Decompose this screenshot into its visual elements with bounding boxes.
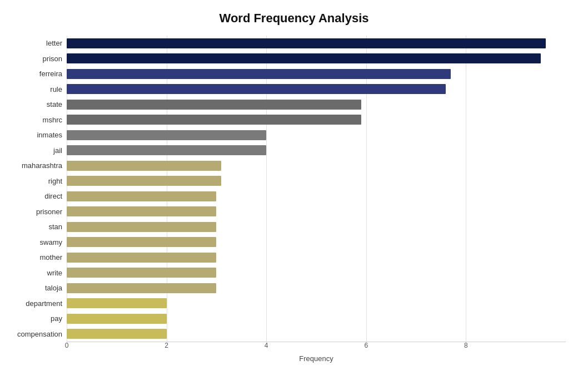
- x-tick: 4: [265, 342, 268, 349]
- bar-label: ferreira: [6, 70, 67, 78]
- bar: [67, 237, 216, 247]
- bar-row: letter: [67, 37, 566, 50]
- bar-row: write: [67, 266, 566, 279]
- chart-container: Word Frequency Analysis letterprisonferr…: [0, 0, 588, 390]
- bar-label: state: [6, 100, 67, 108]
- bar-row: state: [67, 98, 566, 111]
- bar: [67, 161, 221, 171]
- bar-row: direct: [67, 190, 566, 203]
- bar-row: mother: [67, 251, 566, 264]
- bar-row: department: [67, 297, 566, 309]
- chart-area: letterprisonferreirarulestatemshrcinmate…: [67, 36, 566, 364]
- bar-label: mshrc: [6, 116, 67, 124]
- bar: [67, 115, 361, 125]
- bar-label: swamy: [6, 238, 67, 246]
- bars-wrapper: letterprisonferreirarulestatemshrcinmate…: [67, 36, 566, 342]
- bar-label: write: [6, 269, 67, 277]
- bar-row: prison: [67, 52, 566, 65]
- bar: [67, 191, 216, 201]
- bar-row: prisoner: [67, 205, 566, 218]
- bar: [67, 222, 216, 232]
- bar-label: inmates: [6, 131, 67, 139]
- x-axis-label: Frequency: [67, 354, 566, 363]
- bar-row: jail: [67, 144, 566, 156]
- bar: [67, 253, 216, 263]
- x-tick: 2: [165, 342, 168, 349]
- bar-label: rule: [6, 85, 67, 93]
- bar-row: right: [67, 175, 566, 187]
- x-axis: Frequency 02468: [67, 342, 566, 364]
- bar: [67, 145, 266, 155]
- bar: [67, 176, 221, 186]
- bar: [67, 206, 216, 216]
- bar-row: swamy: [67, 236, 566, 248]
- bar: [67, 314, 167, 324]
- bar-row: taloja: [67, 282, 566, 294]
- bar: [67, 100, 361, 110]
- bar-label: stan: [6, 223, 67, 231]
- bar-row: maharashtra: [67, 160, 566, 172]
- bar-label: mother: [6, 253, 67, 261]
- bar: [67, 283, 216, 293]
- bar: [67, 130, 266, 140]
- bar-label: department: [6, 299, 67, 308]
- bar-label: prison: [6, 55, 67, 63]
- x-tick: 0: [65, 342, 69, 349]
- bar-label: compensation: [6, 330, 67, 338]
- bar-label: direct: [6, 192, 67, 200]
- bar: [67, 69, 451, 79]
- bar-label: jail: [6, 146, 67, 155]
- bar-label: prisoner: [6, 208, 67, 216]
- bar-label: maharashtra: [6, 161, 67, 170]
- bar: [67, 268, 216, 278]
- bar-label: pay: [6, 314, 67, 323]
- bar-row: inmates: [67, 129, 566, 141]
- bar: [67, 38, 546, 48]
- x-axis-line: [67, 342, 566, 342]
- bar-row: stan: [67, 221, 566, 233]
- bar-label: taloja: [6, 284, 67, 292]
- bar-row: mshrc: [67, 113, 566, 126]
- bar-row: pay: [67, 313, 566, 325]
- bar: [67, 329, 167, 339]
- bar-label: right: [6, 177, 67, 185]
- bar: [67, 84, 446, 94]
- bar-label: letter: [6, 39, 67, 47]
- bar-row: ferreira: [67, 68, 566, 80]
- bar: [67, 53, 541, 63]
- x-tick: 6: [364, 342, 368, 349]
- bar: [67, 298, 167, 308]
- x-tick: 8: [464, 342, 468, 349]
- bar-row: compensation: [67, 328, 566, 340]
- chart-title: Word Frequency Analysis: [22, 11, 566, 26]
- bar-row: rule: [67, 83, 566, 95]
